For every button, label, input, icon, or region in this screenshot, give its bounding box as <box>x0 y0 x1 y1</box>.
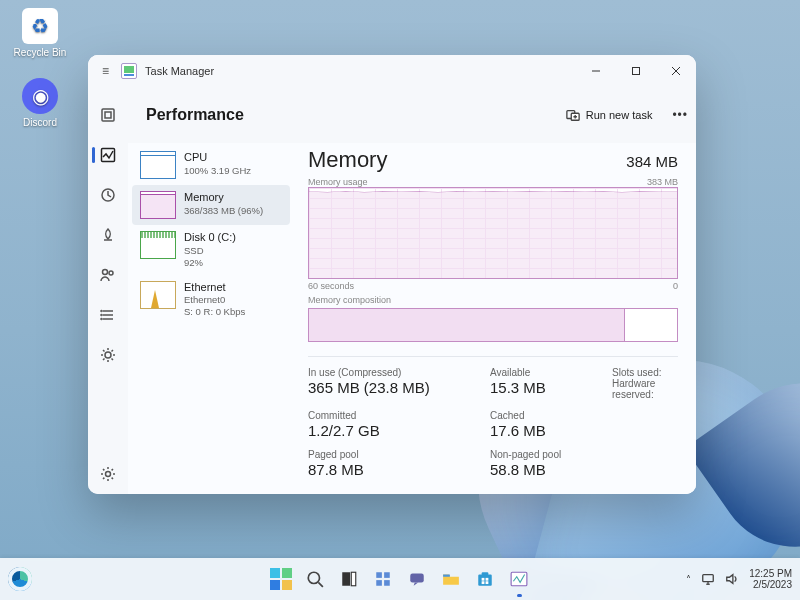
svg-line-24 <box>318 582 323 587</box>
svg-point-23 <box>308 572 319 583</box>
perf-item-ethernet[interactable]: Ethernet Ethernet0 S: 0 R: 0 Kbps <box>132 275 290 325</box>
file-explorer-button[interactable] <box>437 565 465 593</box>
close-button[interactable] <box>656 55 696 87</box>
widgets-button[interactable] <box>369 565 397 593</box>
perf-item-memory[interactable]: Memory 368/383 MB (96%) <box>132 185 290 225</box>
svg-rect-29 <box>376 580 382 586</box>
tray-chevron-icon[interactable]: ˄ <box>686 574 691 585</box>
svg-rect-6 <box>102 149 115 162</box>
perf-item-sub: 368/383 MB (96%) <box>184 205 263 217</box>
perf-item-title: Memory <box>184 191 263 205</box>
performance-list: CPU 100% 3.19 GHz Memory 368/383 MB (96%… <box>128 143 294 494</box>
svg-point-9 <box>103 270 108 275</box>
nav-app-history[interactable] <box>88 175 128 215</box>
perf-item-sub: 100% 3.19 GHz <box>184 165 251 177</box>
stat-label: Paged pool <box>308 449 478 460</box>
nav-processes[interactable] <box>88 95 128 135</box>
task-manager-window: ≡ Task Manager Performance Run new task <box>88 55 696 494</box>
task-manager-taskbar-button[interactable] <box>505 565 533 593</box>
stat-label: Slots used: <box>612 367 678 378</box>
task-manager-app-icon <box>121 63 137 79</box>
svg-point-16 <box>101 319 102 320</box>
svg-rect-38 <box>486 581 489 584</box>
svg-rect-1 <box>633 68 640 75</box>
memory-usage-line <box>309 191 677 193</box>
svg-rect-35 <box>482 578 485 581</box>
svg-rect-4 <box>102 109 114 121</box>
svg-rect-26 <box>351 572 356 586</box>
chat-button[interactable] <box>403 565 431 593</box>
nav-settings[interactable] <box>88 454 128 494</box>
page-title: Performance <box>146 106 244 124</box>
taskbar-center <box>267 565 533 593</box>
more-button[interactable]: ••• <box>672 108 688 122</box>
run-task-icon <box>566 108 580 122</box>
composition-used-segment <box>309 309 625 341</box>
recycle-bin-icon: ♻ <box>22 8 58 44</box>
search-button[interactable] <box>301 565 329 593</box>
stat-value: 87.8 MB <box>308 461 478 478</box>
nav-performance[interactable] <box>88 135 128 175</box>
stat-label: Committed <box>308 410 478 421</box>
desktop-icon-recycle-bin[interactable]: ♻ Recycle Bin <box>10 8 70 58</box>
svg-point-10 <box>109 271 113 275</box>
memory-thumb-icon <box>140 191 176 219</box>
perf-item-title: Disk 0 (C:) <box>184 231 236 245</box>
cpu-thumb-icon <box>140 151 176 179</box>
perf-item-sub: S: 0 R: 0 Kbps <box>184 306 245 318</box>
svg-rect-5 <box>105 112 111 118</box>
titlebar[interactable]: ≡ Task Manager <box>88 55 696 87</box>
svg-rect-27 <box>376 572 382 578</box>
ms-store-button[interactable] <box>471 565 499 593</box>
nav-users[interactable] <box>88 255 128 295</box>
svg-rect-28 <box>384 572 390 578</box>
composition-label: Memory composition <box>308 295 678 305</box>
maximize-button[interactable] <box>616 55 656 87</box>
svg-point-14 <box>101 311 102 312</box>
perf-item-sub: Ethernet0 <box>184 294 245 306</box>
stat-value: 1.2/2.7 GB <box>308 422 478 439</box>
detail-title: Memory <box>308 147 387 173</box>
nav-details[interactable] <box>88 295 128 335</box>
svg-rect-32 <box>443 575 450 577</box>
taskbar-left <box>8 567 32 591</box>
run-new-task-button[interactable]: Run new task <box>556 103 663 127</box>
clock-date: 2/5/2023 <box>749 579 792 591</box>
svg-rect-37 <box>482 581 485 584</box>
clock[interactable]: 12:25 PM 2/5/2023 <box>749 568 792 591</box>
task-view-button[interactable] <box>335 565 363 593</box>
graph-x-right: 0 <box>673 281 678 291</box>
system-tray[interactable]: ˄ 12:25 PM 2/5/2023 <box>686 568 792 591</box>
hamburger-icon[interactable]: ≡ <box>102 64 109 78</box>
ethernet-thumb-icon <box>140 281 176 309</box>
stat-label: Cached <box>490 410 600 421</box>
stats-grid: In use (Compressed) 365 MB (23.8 MB) Ava… <box>308 356 678 478</box>
start-button[interactable] <box>267 565 295 593</box>
nav-startup[interactable] <box>88 215 128 255</box>
network-icon[interactable] <box>701 572 715 586</box>
svg-point-18 <box>106 472 111 477</box>
taskbar: ˄ 12:25 PM 2/5/2023 <box>0 558 800 600</box>
perf-item-disk0[interactable]: Disk 0 (C:) SSD 92% <box>132 225 290 275</box>
stat-value: 58.8 MB <box>490 461 600 478</box>
nav-rail <box>88 55 128 494</box>
stat-label: Hardware reserved: <box>612 378 678 400</box>
disk-thumb-icon <box>140 231 176 259</box>
svg-point-17 <box>105 352 111 358</box>
edge-icon[interactable] <box>8 567 32 591</box>
perf-item-cpu[interactable]: CPU 100% 3.19 GHz <box>132 145 290 185</box>
detail-pane: Memory 384 MB Memory usage 383 MB 60 sec… <box>294 143 696 494</box>
desktop-icon-discord[interactable]: ◉ Discord <box>10 78 70 128</box>
perf-item-sub: 92% <box>184 257 236 269</box>
memory-usage-chart <box>308 187 678 279</box>
svg-rect-36 <box>486 578 489 581</box>
stat-value: 15.3 MB <box>490 379 600 396</box>
minimize-button[interactable] <box>576 55 616 87</box>
svg-rect-30 <box>384 580 390 586</box>
volume-icon[interactable] <box>725 572 739 586</box>
nav-services[interactable] <box>88 335 128 375</box>
content-area: Performance Run new task ••• CPU 100% 3.… <box>128 55 696 494</box>
perf-item-sub: SSD <box>184 245 236 257</box>
window-title: Task Manager <box>145 65 214 77</box>
run-new-task-label: Run new task <box>586 109 653 121</box>
